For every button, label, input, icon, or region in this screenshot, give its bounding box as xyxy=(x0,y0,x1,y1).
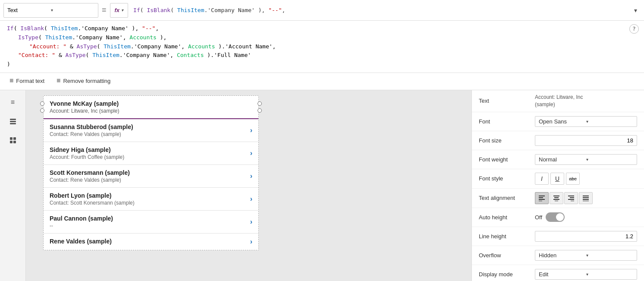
list-item-content: Paul Cannon (sample) -- xyxy=(50,215,250,229)
font-label: Font xyxy=(479,118,535,125)
sidebar-icon-layers[interactable] xyxy=(4,113,22,130)
font-weight-property-row: Font weight Normal ▾ xyxy=(472,150,644,169)
align-justify-icon xyxy=(582,195,589,201)
sidebar-icon-menu[interactable]: ≡ xyxy=(4,94,22,111)
align-center-button[interactable] xyxy=(550,192,563,204)
list-item[interactable]: Rene Valdes (sample) › xyxy=(44,234,258,250)
font-size-property-row: Font size xyxy=(472,131,644,150)
text-alignment-value-container xyxy=(535,192,637,204)
equals-sign: = xyxy=(102,6,107,15)
line-height-value-container xyxy=(535,231,637,242)
line-height-label: Line height xyxy=(479,233,535,240)
auto-height-toggle-container: Off xyxy=(535,212,637,222)
font-dropdown[interactable]: Open Sans ▾ xyxy=(535,116,637,127)
svg-rect-12 xyxy=(554,197,559,198)
formula-line-1: If( IsBlank( ThisItem.'Company Name' ), … xyxy=(7,24,637,33)
list-item-name: Scott Konersmann (sample) xyxy=(50,169,250,176)
list-item[interactable]: Susanna Stubberod (sample) Contact: Rene… xyxy=(44,119,258,142)
drag-circle-top xyxy=(40,101,44,106)
format-text-icon: ≡ xyxy=(9,77,13,85)
display-mode-dropdown[interactable]: Edit ▾ xyxy=(535,269,637,280)
list-item-sub: Contact: Rene Valdes (sample) xyxy=(50,177,250,183)
font-style-label: Font style xyxy=(479,175,535,182)
text-value-display: Account: Litware, Inc(sample) xyxy=(535,94,637,108)
top-bar: Text ▾ = fx ▾ If( IsBlank( ThisItem.'Com… xyxy=(0,0,644,21)
auto-height-label: Auto height xyxy=(479,214,535,221)
list-item-content: Sidney Higa (sample) Account: Fourth Cof… xyxy=(50,146,250,160)
align-center-icon xyxy=(553,195,560,201)
list-item-name: Sidney Higa (sample) xyxy=(50,146,250,153)
svg-rect-4 xyxy=(13,137,16,140)
svg-rect-21 xyxy=(583,199,589,200)
list-item-content: Rene Valdes (sample) xyxy=(50,238,250,246)
strikethrough-button[interactable]: abc xyxy=(566,173,580,185)
svg-rect-19 xyxy=(583,196,589,196)
format-text-button[interactable]: ≡ Format text xyxy=(3,73,50,90)
svg-rect-20 xyxy=(583,197,589,198)
display-mode-value-container: Edit ▾ xyxy=(535,269,637,280)
font-size-input[interactable] xyxy=(535,135,637,146)
font-size-value-container xyxy=(535,135,637,146)
svg-rect-15 xyxy=(568,196,574,196)
sidebar-icon-grid[interactable] xyxy=(4,132,22,149)
list-item[interactable]: Robert Lyon (sample) Contact: Scott Kone… xyxy=(44,188,258,211)
overflow-dropdown[interactable]: Hidden ▾ xyxy=(535,250,637,261)
list-item-chevron: › xyxy=(250,238,252,246)
fx-label: fx xyxy=(115,7,120,13)
formula-line-3: "Account: " & AsType( ThisItem.'Company … xyxy=(7,42,637,51)
font-weight-value-container: Normal ▾ xyxy=(535,154,637,165)
align-left-button[interactable] xyxy=(535,192,549,204)
formula-line-2: IsType( ThisItem.'Company Name', Account… xyxy=(7,33,637,42)
formula-line-4: "Contact: " & AsType( ThisItem.'Company … xyxy=(7,51,637,60)
control-name-text: Text xyxy=(7,7,51,13)
list-item-content: Robert Lyon (sample) Contact: Scott Kone… xyxy=(50,192,250,206)
svg-rect-10 xyxy=(539,201,542,201)
font-style-buttons: I U abc xyxy=(535,173,637,185)
strikethrough-label: abc xyxy=(569,176,577,181)
font-weight-label: Font weight xyxy=(479,156,535,163)
underline-button[interactable]: U xyxy=(550,173,564,185)
list-item-content: Susanna Stubberod (sample) Contact: Rene… xyxy=(50,123,250,137)
display-mode-label: Display mode xyxy=(479,271,535,278)
list-item[interactable]: Sidney Higa (sample) Account: Fourth Cof… xyxy=(44,142,258,165)
text-value: Account: Litware, Inc(sample) xyxy=(535,94,637,108)
font-property-row: Font Open Sans ▾ xyxy=(472,112,644,131)
list-item[interactable]: Paul Cannon (sample) -- › xyxy=(44,211,258,234)
topbar-right-chevron[interactable]: ▾ xyxy=(631,7,641,14)
font-weight-dropdown[interactable]: Normal ▾ xyxy=(535,154,637,165)
fx-button[interactable]: fx ▾ xyxy=(110,3,129,18)
list-card: Yvonne McKay (sample) Account: Litware, … xyxy=(43,95,259,250)
font-value-container: Open Sans ▾ xyxy=(535,116,637,127)
control-name-dropdown[interactable]: Text ▾ xyxy=(3,3,98,18)
formula-help-button[interactable]: ? xyxy=(629,24,639,34)
selected-list-item[interactable]: Yvonne McKay (sample) Account: Litware, … xyxy=(44,96,258,119)
text-alignment-property-row: Text alignment xyxy=(472,189,644,208)
list-item-sub: Account: Fourth Coffee (sample) xyxy=(50,154,250,160)
align-right-button[interactable] xyxy=(564,192,578,204)
list-item[interactable]: Scott Konersmann (sample) Contact: Rene … xyxy=(44,165,258,188)
svg-rect-8 xyxy=(539,197,543,198)
main-layout: ≡ Yv xyxy=(0,90,644,281)
auto-height-state: Off xyxy=(535,214,542,221)
list-item-name: Robert Lyon (sample) xyxy=(50,192,250,199)
remove-formatting-button[interactable]: ≡ Remove formatting xyxy=(50,73,116,90)
fx-chevron: ▾ xyxy=(121,8,123,13)
font-size-label: Font size xyxy=(479,137,535,144)
overflow-property-row: Overflow Hidden ▾ xyxy=(472,246,644,265)
svg-rect-3 xyxy=(10,137,13,140)
text-alignment-label: Text alignment xyxy=(479,195,535,201)
format-text-label: Format text xyxy=(16,78,44,84)
remove-formatting-label: Remove formatting xyxy=(63,78,110,84)
auto-height-toggle[interactable] xyxy=(546,212,565,222)
svg-rect-11 xyxy=(553,196,559,196)
canvas-area: Yvonne McKay (sample) Account: Litware, … xyxy=(26,90,471,281)
italic-button[interactable]: I xyxy=(535,173,549,185)
align-justify-button[interactable] xyxy=(579,192,593,204)
font-dropdown-value: Open Sans xyxy=(539,118,586,125)
list-item-chevron: › xyxy=(250,126,252,134)
list-item-sub: Contact: Scott Konersmann (sample) xyxy=(50,200,250,206)
line-height-input[interactable] xyxy=(535,231,637,242)
list-item-name: Paul Cannon (sample) xyxy=(50,215,250,222)
font-dropdown-chevron: ▾ xyxy=(586,119,634,124)
font-weight-dropdown-chevron: ▾ xyxy=(586,157,634,162)
